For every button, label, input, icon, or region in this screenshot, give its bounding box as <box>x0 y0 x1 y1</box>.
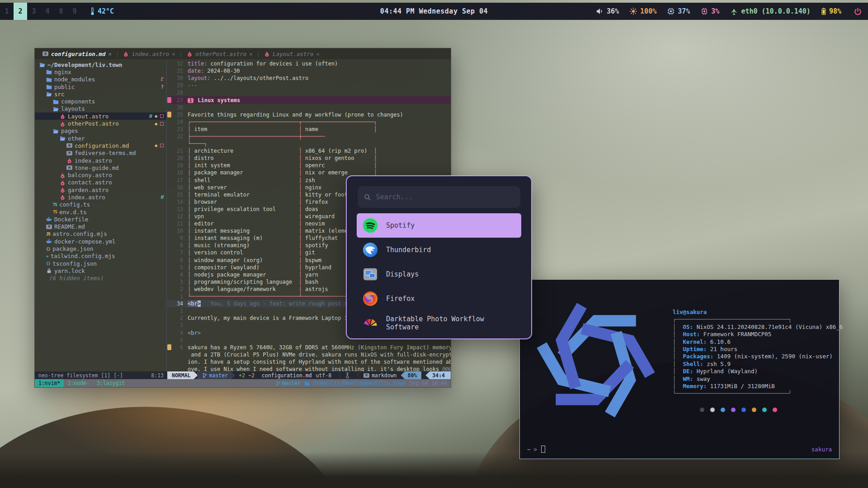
tree-item-tone-guide.md[interactable]: Mtone-guide.md <box>35 164 166 171</box>
displays-icon <box>363 267 378 282</box>
editor-line: 271 Linux systems <box>167 96 451 103</box>
tree-item-public[interactable]: public? <box>35 83 166 90</box>
close-icon[interactable]: × <box>172 51 175 57</box>
editor-line: 25Favorite things regarding Linux and my… <box>167 111 451 118</box>
tree-item-src[interactable]: src <box>35 90 166 98</box>
tree-item-layouts[interactable]: layouts <box>35 105 166 113</box>
tree-item-index.astro[interactable]: index.astro <box>35 157 166 164</box>
launcher-item-Spotify[interactable]: Spotify <box>357 213 521 238</box>
statusline-mode: NORMAL <box>167 371 198 379</box>
buffer-tab-configuration.md[interactable]: Mconfiguration.md× <box>38 48 116 59</box>
fetch-box-border: └─────────────────────────────────┘ <box>673 390 843 397</box>
folder-open-icon <box>53 106 59 112</box>
color-dot-7 <box>773 408 777 412</box>
shell-prompt[interactable]: ~ > <box>527 446 545 453</box>
tree-item-config.ts[interactable]: TSconfig.ts <box>35 201 166 208</box>
launcher-results: SpotifyThunderbirdDisplaysFirefoxDarktab… <box>347 213 531 335</box>
tree-item-node_modules[interactable]: node_modulesE <box>35 76 166 83</box>
volume-module: 36% <box>596 7 619 15</box>
tree-item-contact.astro[interactable]: contact.astro <box>35 179 166 186</box>
statusline-cursor-position: 34:4 <box>425 371 451 379</box>
editor-line: 23│ item │ name │ <box>167 126 451 133</box>
color-dot-4 <box>741 408 746 412</box>
tree-item-docker-compose.yml[interactable]: docker-compose.yml <box>35 238 166 245</box>
launcher-item-Displays[interactable]: Displays <box>357 262 521 286</box>
astro-flame-icon <box>264 51 270 56</box>
fetch-field-DE: │ DE: Hyprland (Wayland) <box>673 368 843 375</box>
tree-item-~/Development/liv.town[interactable]: ~/Development/liv.town <box>35 61 166 68</box>
darktable-icon <box>363 315 378 331</box>
editor-line: 26 <box>167 104 451 111</box>
tree-item-astro.config.mjs[interactable]: JSastro.config.mjs <box>35 230 166 238</box>
editor-line: 19│ init system │ openrc │ <box>167 162 451 169</box>
speaker-icon <box>596 8 604 14</box>
tab-separator: │ <box>257 51 260 57</box>
launcher-search-box[interactable] <box>358 186 520 208</box>
tree-item-tailwind.config.mjs[interactable]: ≈tailwind.config.mjs <box>35 253 166 260</box>
json-icon: {} <box>46 247 50 251</box>
color-dot-6 <box>762 408 767 412</box>
modified-dot-icon: ● <box>155 143 157 148</box>
astro-flame-icon <box>187 51 193 56</box>
power-button[interactable] <box>854 8 862 15</box>
buffer-tabline: Mconfiguration.md×│index.astro×│otherPos… <box>35 48 451 59</box>
fetch-fields: ┌─────────────────────────────────┐│ OS:… <box>673 316 843 397</box>
editor-line: 22├─────────────────────────────────┼───… <box>167 133 451 140</box>
tree-item-nginx[interactable]: nginx <box>35 68 166 75</box>
tree-item-tsconfig.json[interactable]: {}tsconfig.json <box>35 260 166 267</box>
close-icon[interactable]: × <box>316 51 320 57</box>
launcher-item-Firefox[interactable]: Firefox <box>357 286 521 311</box>
unstaged-square-icon <box>160 122 164 126</box>
buffer-tab-index.astro[interactable]: index.astro× <box>119 48 179 59</box>
tree-item-other[interactable]: other <box>35 135 166 142</box>
gpu-icon <box>701 8 708 15</box>
tree-item-yarn.lock[interactable]: yarn.lock <box>35 267 166 274</box>
tree-item-garden.astro[interactable]: garden.astro <box>35 186 166 193</box>
tree-item-pages[interactable]: pages <box>35 127 166 135</box>
docker-whale-icon <box>46 239 52 244</box>
markdown-icon: M <box>363 373 369 378</box>
tree-item-README.md[interactable]: MREADME.md <box>35 223 166 230</box>
power-icon <box>854 8 862 15</box>
tmux-bar: 1:nvim*2:node-3:lazygit master /home/liv… <box>35 379 451 387</box>
statusline-encoding: utf-8 <box>316 372 332 379</box>
tree-item-configuration.md[interactable]: Mconfiguration.md● <box>35 142 166 149</box>
tree-item-balcony.astro[interactable]: balcony.astro <box>35 171 166 178</box>
tree-item-env.d.ts[interactable]: TSenv.d.ts <box>35 208 166 216</box>
neo-tree-panel[interactable]: ~/Development/liv.townnginxnode_modulesE… <box>35 59 167 371</box>
tmux-window-2:node-[interactable]: 2:node- <box>64 379 93 387</box>
terminal-cursor <box>541 446 545 453</box>
statusline-neotree-title: neo-tree filesystem [1] [-] <box>38 372 123 379</box>
tree-item-index.astro[interactable]: index.astroH <box>35 193 166 201</box>
nixos-logo <box>535 290 656 431</box>
app-launcher: SpotifyThunderbirdDisplaysFirefoxDarktab… <box>346 175 532 339</box>
modified-dot-icon: ● <box>155 122 157 126</box>
fetch-field-Uptime: │ Uptime: 21 hours <box>673 346 843 353</box>
tree-item-Dockerfile[interactable]: Dockerfile <box>35 216 166 223</box>
prompt-path: ~ <box>527 446 531 453</box>
close-icon[interactable]: × <box>249 51 253 57</box>
terminal-color-dots <box>700 408 843 412</box>
close-icon[interactable]: × <box>108 51 112 57</box>
buffer-tab-Layout.astro[interactable]: Layout.astro× <box>260 48 324 59</box>
search-icon <box>364 193 371 201</box>
fetch-field-Memory: │ Memory: 11731MiB / 31280MiB <box>673 383 843 390</box>
tree-item-package.json[interactable]: {}package.json <box>35 245 166 252</box>
tree-item-Layout.astro[interactable]: Layout.astroH● <box>35 113 166 120</box>
tab-separator: │ <box>116 51 119 57</box>
editor-line: 31date: 2024-08-30 <box>167 67 451 75</box>
tree-item-components[interactable]: components <box>35 98 166 105</box>
brightness-module: 100% <box>630 7 656 15</box>
search-input[interactable] <box>376 193 514 201</box>
tree-item-(6 hidden items)[interactable]: (6 hidden items) <box>35 275 166 282</box>
tmux-window-3:lazygit[interactable]: 3:lazygit <box>93 379 128 387</box>
tree-item-fediverse-terms.md[interactable]: Mfediverse-terms.md <box>35 150 166 157</box>
tree-item-otherPost.astro[interactable]: otherPost.astro● <box>35 120 166 127</box>
modified-dot-icon: ● <box>155 114 157 118</box>
tmux-window-1:nvim*[interactable]: 1:nvim* <box>35 379 64 387</box>
launcher-item-Thunderbird[interactable]: Thunderbird <box>357 238 521 262</box>
fetch-field-Host: │ Host: Framework FRANMDCP05 <box>673 331 843 338</box>
antenna-icon <box>730 8 738 15</box>
buffer-tab-otherPost.astro[interactable]: otherPost.astro× <box>183 48 256 59</box>
launcher-item-Darktable Photo Workflow Software[interactable]: Darktable Photo Workflow Software <box>357 311 521 335</box>
